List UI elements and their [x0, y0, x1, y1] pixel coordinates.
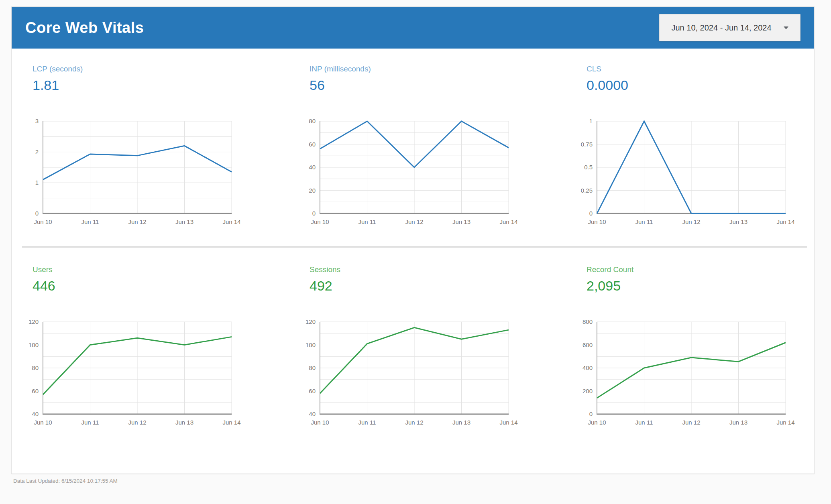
line-chart-users: 406080100120Jun 10Jun 11Jun 12Jun 13Jun …	[24, 319, 301, 429]
svg-text:Jun 11: Jun 11	[81, 419, 99, 426]
date-range-selector[interactable]: Jun 10, 2024 - Jun 14, 2024	[659, 14, 800, 41]
metric-value: 1.81	[33, 77, 301, 93]
svg-text:0: 0	[589, 411, 593, 417]
page-title: Core Web Vitals	[25, 19, 144, 37]
svg-text:Jun 13: Jun 13	[452, 419, 470, 426]
svg-text:Jun 10: Jun 10	[588, 218, 606, 225]
traffic-row: Users 446 406080100120Jun 10Jun 11Jun 12…	[12, 248, 814, 474]
line-chart-record-count: 0200400600800Jun 10Jun 11Jun 12Jun 13Jun…	[578, 319, 814, 429]
line-chart-lcp: 0123Jun 10Jun 11Jun 12Jun 13Jun 14	[24, 119, 301, 228]
svg-text:Jun 10: Jun 10	[34, 419, 52, 426]
scorecard-record-count: Record Count 2,095 0200400600800Jun 10Ju…	[578, 265, 814, 429]
svg-text:Jun 10: Jun 10	[311, 419, 329, 426]
metric-value: 492	[310, 278, 578, 294]
svg-text:Jun 13: Jun 13	[729, 419, 747, 426]
line-chart-inp: 020406080Jun 10Jun 11Jun 12Jun 13Jun 14	[301, 119, 578, 228]
scorecard-inp: INP (milliseconds) 56 020406080Jun 10Jun…	[301, 65, 578, 228]
svg-text:Jun 12: Jun 12	[405, 218, 423, 225]
svg-text:Jun 11: Jun 11	[81, 218, 99, 225]
last-updated-text: Data Last Updated: 6/15/2024 10:17:55 AM	[0, 474, 831, 490]
svg-text:40: 40	[32, 411, 39, 417]
dropdown-arrow-icon	[784, 26, 788, 29]
svg-text:80: 80	[309, 364, 316, 371]
metric-label: Sessions	[310, 265, 578, 274]
svg-text:Jun 12: Jun 12	[405, 419, 423, 426]
svg-text:0.25: 0.25	[581, 187, 593, 194]
scorecard-sessions: Sessions 492 406080100120Jun 10Jun 11Jun…	[301, 265, 578, 429]
metric-value: 56	[310, 77, 578, 93]
svg-text:80: 80	[32, 364, 39, 371]
svg-text:80: 80	[309, 118, 316, 124]
svg-text:40: 40	[309, 164, 316, 171]
svg-text:0: 0	[312, 210, 316, 217]
svg-text:60: 60	[309, 388, 316, 394]
svg-text:200: 200	[583, 388, 593, 394]
svg-text:2: 2	[35, 148, 39, 155]
svg-text:Jun 14: Jun 14	[776, 419, 794, 426]
svg-text:0: 0	[35, 210, 39, 217]
svg-text:Jun 12: Jun 12	[128, 419, 146, 426]
svg-text:0.5: 0.5	[584, 164, 593, 171]
svg-text:Jun 13: Jun 13	[452, 218, 470, 225]
metric-label: CLS	[587, 65, 814, 73]
svg-text:0: 0	[589, 210, 593, 217]
metric-label: Users	[33, 265, 301, 274]
svg-text:Jun 14: Jun 14	[222, 419, 240, 426]
svg-text:600: 600	[583, 341, 593, 348]
svg-text:120: 120	[306, 318, 316, 325]
dashboard-header: Core Web Vitals Jun 10, 2024 - Jun 14, 2…	[12, 7, 814, 49]
svg-text:Jun 14: Jun 14	[499, 419, 517, 426]
metric-value: 446	[33, 278, 301, 294]
scorecard-lcp: LCP (seconds) 1.81 0123Jun 10Jun 11Jun 1…	[24, 65, 301, 228]
svg-text:Jun 10: Jun 10	[588, 419, 606, 426]
metric-value: 2,095	[587, 278, 814, 294]
date-range-label: Jun 10, 2024 - Jun 14, 2024	[671, 23, 771, 33]
svg-text:Jun 11: Jun 11	[635, 218, 653, 225]
svg-text:Jun 11: Jun 11	[358, 419, 376, 426]
svg-text:3: 3	[35, 118, 39, 124]
svg-text:Jun 13: Jun 13	[175, 218, 193, 225]
svg-text:400: 400	[583, 364, 593, 371]
line-chart-sessions: 406080100120Jun 10Jun 11Jun 12Jun 13Jun …	[301, 319, 578, 429]
svg-text:60: 60	[32, 388, 39, 394]
svg-text:Jun 14: Jun 14	[222, 218, 240, 225]
vitals-row: LCP (seconds) 1.81 0123Jun 10Jun 11Jun 1…	[12, 49, 814, 246]
svg-text:1: 1	[35, 179, 39, 186]
svg-text:20: 20	[309, 187, 316, 194]
svg-text:Jun 10: Jun 10	[34, 218, 52, 225]
svg-text:Jun 12: Jun 12	[682, 419, 700, 426]
svg-text:Jun 14: Jun 14	[776, 218, 794, 225]
line-chart-cls: 00.250.50.751Jun 10Jun 11Jun 12Jun 13Jun…	[578, 119, 814, 228]
svg-text:40: 40	[309, 411, 316, 417]
scorecard-cls: CLS 0.0000 00.250.50.751Jun 10Jun 11Jun …	[578, 65, 814, 228]
svg-text:100: 100	[29, 341, 39, 348]
metric-label: LCP (seconds)	[33, 65, 301, 73]
svg-text:0.75: 0.75	[581, 141, 593, 148]
svg-text:120: 120	[29, 318, 39, 325]
svg-text:800: 800	[583, 318, 593, 325]
svg-text:Jun 12: Jun 12	[128, 218, 146, 225]
svg-text:Jun 13: Jun 13	[175, 419, 193, 426]
svg-text:Jun 13: Jun 13	[729, 218, 747, 225]
svg-text:Jun 14: Jun 14	[499, 218, 517, 225]
svg-text:100: 100	[306, 341, 316, 348]
svg-text:Jun 10: Jun 10	[311, 218, 329, 225]
dashboard-card: Core Web Vitals Jun 10, 2024 - Jun 14, 2…	[11, 6, 815, 474]
metric-value: 0.0000	[587, 77, 814, 93]
svg-text:Jun 12: Jun 12	[682, 218, 700, 225]
svg-text:60: 60	[309, 141, 316, 148]
svg-text:Jun 11: Jun 11	[358, 218, 376, 225]
metric-label: Record Count	[587, 265, 814, 274]
scorecard-users: Users 446 406080100120Jun 10Jun 11Jun 12…	[24, 265, 301, 429]
svg-text:1: 1	[589, 118, 593, 124]
metric-label: INP (milliseconds)	[310, 65, 578, 73]
svg-text:Jun 11: Jun 11	[635, 419, 653, 426]
